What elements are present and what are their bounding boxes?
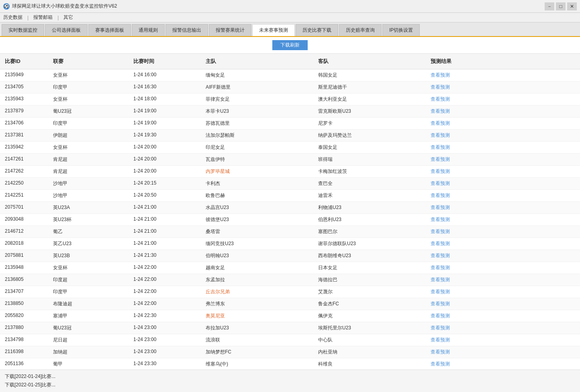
cell-home: 法加尔瑟帕斯: [201, 131, 313, 140]
cell-away: 西布朗维奇U23: [313, 251, 426, 260]
cell-result[interactable]: 查看预测: [426, 143, 498, 152]
cell-id: 2135949: [0, 71, 48, 80]
menu-alarm-email[interactable]: 报警邮箱: [33, 14, 53, 21]
cell-result[interactable]: 查看预测: [426, 335, 498, 345]
tab-rules[interactable]: 通用规则: [132, 24, 165, 36]
cell-result[interactable]: 查看预测: [426, 323, 498, 333]
cell-time: 1-24 23:00: [129, 323, 201, 333]
match-table: 比赛ID 联赛 比赛时间 主队 客队 预测结果 2135949 女亚杯 1-24…: [0, 54, 580, 370]
cell-league: 葡乙: [48, 227, 129, 236]
statusbar: 下载[2022-01-24]比赛...下载[2022-01-25]比赛...: [0, 370, 580, 392]
cell-id: 2075701: [0, 203, 48, 212]
cell-result[interactable]: 查看预测: [426, 167, 498, 176]
cell-home: 东孟加拉: [201, 275, 313, 284]
cell-id: 2134706: [0, 119, 48, 128]
cell-result[interactable]: 查看预测: [426, 287, 498, 297]
download-refresh-button[interactable]: 下载刷新: [272, 40, 308, 50]
tab-alarm-output[interactable]: 报警信息输出: [165, 24, 208, 36]
cell-time: 1-24 22:00: [129, 299, 201, 309]
cell-result[interactable]: 查看预测: [426, 83, 498, 92]
cell-id: 2142251: [0, 191, 48, 200]
tab-match-select[interactable]: 赛事选择面板: [88, 24, 131, 36]
main-content: 下载刷新 比赛ID 联赛 比赛时间 主队 客队 预测结果 2135949 女亚杯…: [0, 37, 580, 392]
table-row: 2147262 肯尼超 1-24 20:00 内罗毕星城 卡梅加红波茨 查看预测: [0, 166, 580, 178]
menu-history[interactable]: 历史数据: [3, 14, 22, 21]
cell-result[interactable]: 查看预测: [426, 203, 498, 212]
tab-history-odds[interactable]: 历史赔率查询: [339, 24, 382, 36]
cell-time: 1-24 20:00: [129, 167, 201, 176]
cell-home: 丘吉尔兄弟: [201, 287, 313, 297]
cell-result[interactable]: 查看预测: [426, 215, 498, 224]
menu-other[interactable]: 其它: [63, 14, 73, 21]
cell-id: 2135942: [0, 143, 48, 152]
tab-realtime[interactable]: 实时数据监控: [2, 24, 44, 36]
menubar: 历史数据 | 报警邮箱 | 其它: [0, 13, 580, 22]
cell-result[interactable]: 查看预测: [426, 179, 498, 188]
cell-league: 女亚杯: [48, 71, 129, 80]
cell-result[interactable]: 查看预测: [426, 191, 498, 200]
cell-league: 肯尼超: [48, 155, 129, 164]
cell-league: 女亚杯: [48, 263, 129, 272]
cell-result[interactable]: 查看预测: [426, 95, 498, 104]
table-row: 2075701 英U23A 1-24 21:00 水晶宫U23 利物浦U23 查…: [0, 202, 580, 214]
cell-result[interactable]: 查看预测: [426, 299, 498, 309]
table-body: 2135949 女亚杯 1-24 16:00 缅甸女足 韩国女足 查看预测 21…: [0, 69, 580, 370]
tab-history-download[interactable]: 历史比赛下载: [296, 24, 338, 36]
cell-result[interactable]: 查看预测: [426, 347, 498, 357]
cell-league: 英U23B: [48, 251, 129, 260]
cell-league: 葡甲: [48, 360, 129, 369]
cell-result[interactable]: 查看预测: [426, 131, 498, 140]
cell-result[interactable]: 查看预测: [426, 155, 498, 164]
cell-id: 2147262: [0, 167, 48, 176]
cell-result[interactable]: 查看预测: [426, 119, 498, 128]
cell-result[interactable]: 查看预测: [426, 71, 498, 80]
cell-time: 1-24 20:50: [129, 191, 201, 200]
cell-id: 2137381: [0, 131, 48, 140]
cell-home: AIFF新德里: [201, 83, 313, 92]
cell-id: 2135948: [0, 263, 48, 272]
cell-result[interactable]: 查看预测: [426, 227, 498, 236]
table-row: 2055820 塞浦甲 1-24 22:30 奥莫尼亚 佩伊克 查看预测: [0, 310, 580, 322]
cell-home: 卡利杰: [201, 179, 313, 188]
maximize-button[interactable]: □: [556, 2, 566, 10]
table-row: 2138850 布隆迪超 1-24 22:00 弗兰博东 鲁金杰FC 查看预测: [0, 298, 580, 310]
cell-home: 欧鲁巴赫: [201, 191, 313, 200]
cell-league: 加纳超: [48, 347, 129, 357]
tab-alarm-stats[interactable]: 报警赛果统计: [209, 24, 251, 36]
table-row: 2142251 沙地甲 1-24 20:50 欧鲁巴赫 迪雷禾 查看预测: [0, 190, 580, 202]
cell-time: 1-24 20:00: [129, 155, 201, 164]
titlebar: ⚽ 球探网足球让球大小球欧赔变盘变水监控软件V62 － □ ✕: [0, 0, 580, 13]
cell-result[interactable]: 查看预测: [426, 275, 498, 284]
cell-league: 英U23杯: [48, 215, 129, 224]
cell-home: 彼德堡U23: [201, 215, 313, 224]
table-row: 2135943 女亚杯 1-24 18:00 菲律宾女足 澳大利亚女足 查看预测: [0, 93, 580, 106]
cell-result[interactable]: 查看预测: [426, 360, 498, 369]
cell-result[interactable]: 查看预测: [426, 107, 498, 116]
cell-time: 1-24 21:00: [129, 227, 201, 236]
cell-result[interactable]: 查看预测: [426, 263, 498, 272]
cell-result[interactable]: 查看预测: [426, 251, 498, 260]
cell-result[interactable]: 查看预测: [426, 311, 498, 321]
cell-id: 2051136: [0, 360, 48, 369]
cell-id: 2134798: [0, 335, 48, 345]
cell-away: 日本女足: [313, 263, 426, 272]
cell-away: 利物浦U23: [313, 203, 426, 212]
cell-away: 伯恩利U23: [313, 215, 426, 224]
cell-away: 韩国女足: [313, 71, 426, 80]
tab-company[interactable]: 公司选择面板: [45, 24, 88, 36]
cell-result[interactable]: 查看预测: [426, 239, 498, 248]
minimize-button[interactable]: －: [545, 2, 554, 10]
cell-league: 塞浦甲: [48, 311, 129, 321]
tab-ip-settings[interactable]: IP切换设置: [382, 24, 420, 36]
cell-id: 2136805: [0, 275, 48, 284]
table-row: 2134705 印度甲 1-24 16:30 AIFF新德里 斯里尼迪德干 查看…: [0, 81, 580, 93]
table-row: 2116398 加纳超 1-24 23:00 加纳梦想FC 内杜亚纳 查看预测: [0, 346, 580, 358]
cell-time: 1-24 21:00: [129, 215, 201, 224]
tabbar: 实时数据监控 公司选择面板 赛事选择面板 通用规则 报警信息输出 报警赛果统计 …: [0, 22, 580, 37]
cell-league: 布隆迪超: [48, 299, 129, 309]
table-row: 2134798 尼日超 1-24 23:00 流浪联 中心队 查看预测: [0, 334, 580, 346]
col-header-league: 联赛: [48, 56, 129, 67]
cell-away: 雷克斯欧斯U23: [313, 107, 426, 116]
close-button[interactable]: ✕: [567, 2, 577, 10]
tab-future-predict[interactable]: 未来赛事预测: [252, 24, 295, 36]
